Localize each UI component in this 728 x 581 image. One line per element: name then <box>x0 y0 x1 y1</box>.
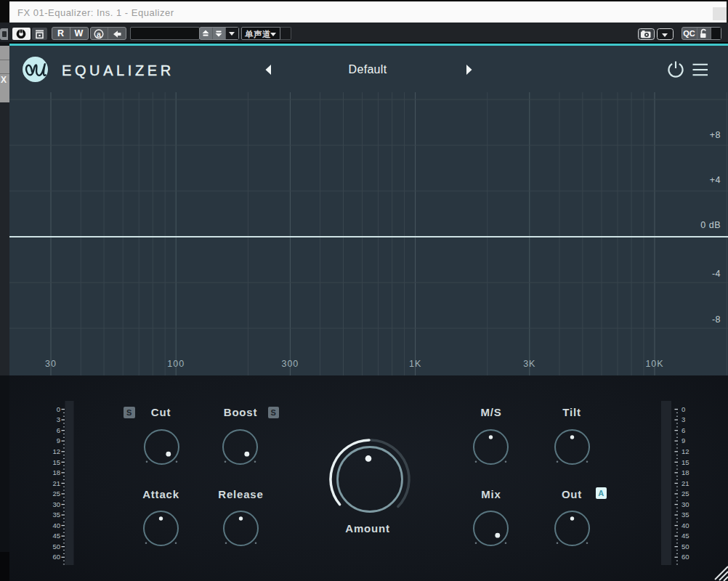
svg-text:25: 25 <box>682 489 689 497</box>
svg-text:60: 60 <box>52 553 60 561</box>
svg-text:0: 0 <box>682 405 685 413</box>
svg-text:25: 25 <box>52 489 60 497</box>
svg-text:12: 12 <box>52 447 60 455</box>
svg-text:1K: 1K <box>409 359 421 369</box>
svg-text:15: 15 <box>682 458 689 466</box>
svg-text:30: 30 <box>45 359 57 369</box>
svg-text:30: 30 <box>682 500 689 508</box>
svg-text:40: 40 <box>52 521 60 529</box>
svg-text:45: 45 <box>52 532 60 540</box>
svg-text:3K: 3K <box>523 359 535 369</box>
svg-text:50: 50 <box>52 543 60 550</box>
svg-text:+8: +8 <box>710 130 721 140</box>
svg-text:-4: -4 <box>712 269 721 279</box>
svg-text:30: 30 <box>52 500 60 508</box>
svg-text:12: 12 <box>682 447 689 455</box>
svg-text:21: 21 <box>682 479 689 487</box>
svg-text:15: 15 <box>52 458 60 466</box>
svg-text:18: 18 <box>682 468 689 476</box>
svg-text:6: 6 <box>57 426 60 434</box>
svg-text:21: 21 <box>52 479 60 487</box>
svg-text:0: 0 <box>57 405 60 413</box>
svg-text:9: 9 <box>57 436 60 444</box>
svg-text:a: a <box>97 29 101 38</box>
svg-text:0 dB: 0 dB <box>700 220 721 230</box>
svg-text:10K: 10K <box>645 359 663 369</box>
svg-text:18: 18 <box>52 468 60 476</box>
svg-text:45: 45 <box>682 532 689 540</box>
svg-text:35: 35 <box>52 511 60 519</box>
svg-text:50: 50 <box>682 543 689 550</box>
svg-text:-8: -8 <box>712 314 721 325</box>
svg-text:100: 100 <box>167 359 185 369</box>
svg-text:3: 3 <box>682 415 685 423</box>
svg-text:35: 35 <box>682 511 689 519</box>
svg-text:9: 9 <box>682 436 685 444</box>
svg-text:300: 300 <box>281 359 299 369</box>
svg-text:40: 40 <box>682 521 689 529</box>
svg-text:6: 6 <box>682 426 685 434</box>
svg-text:60: 60 <box>682 553 689 561</box>
svg-text:+4: +4 <box>710 175 721 185</box>
svg-text:3: 3 <box>57 415 60 423</box>
